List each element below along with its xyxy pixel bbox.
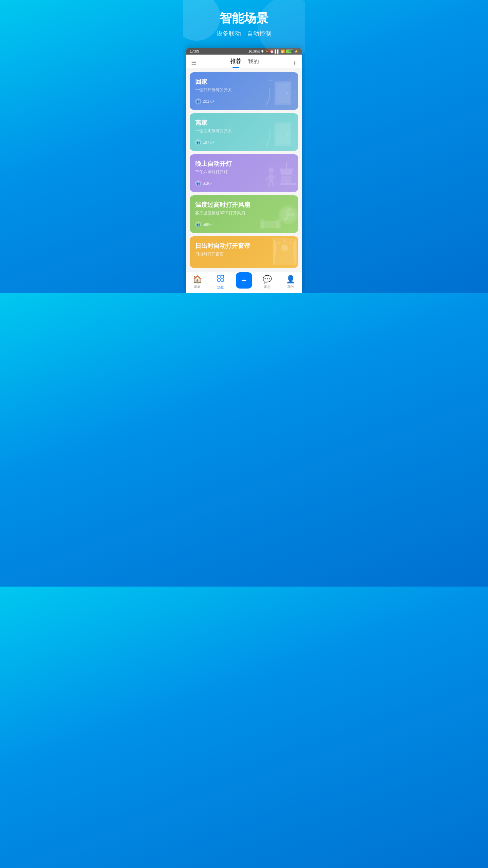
svg-rect-17 (286, 183, 287, 185)
nav-item-home[interactable]: 🏠 家庭 (186, 275, 209, 289)
scene-nav-label: 场景 (217, 285, 224, 290)
hero-subtitle: 设备联动，自动控制 (190, 29, 298, 38)
curtain-illustration (271, 236, 298, 268)
phone-frame: 17:09 16.3K/s ✱ 🔕 ⏰ ▌▌ 📶 100 ⚡ ☰ 推荐 我的 +… (186, 48, 302, 293)
bottom-nav: 🏠 家庭 场景 + 💬 消息 👤 我的 (186, 272, 302, 293)
scene-card-leave-count: 197K+ (203, 140, 215, 145)
tab-recommended[interactable]: 推荐 (230, 58, 241, 68)
user-icon-night: 👥 (195, 180, 201, 186)
network-speed: 16.3K/s (248, 50, 260, 53)
svg-rect-10 (269, 174, 273, 182)
home-nav-icon: 🏠 (193, 275, 202, 284)
user-icon-home: 👥 (195, 98, 201, 104)
svg-rect-15 (280, 183, 297, 185)
svg-point-6 (286, 133, 288, 135)
add-button[interactable]: + (236, 272, 252, 289)
add-scene-button[interactable]: + (292, 59, 297, 67)
scene-card-leave[interactable]: 离家 一键关闭所有的开关 👥 197K+ (190, 113, 298, 151)
scene-card-fan[interactable]: 温度过高时打开风扇 客厅温度超过30°C打开风扇 👥 58K+ (190, 195, 298, 233)
scene-nav-icon (217, 274, 225, 284)
svg-rect-30 (221, 275, 224, 278)
user-icon-leave: 👥 (195, 139, 201, 145)
scene-card-night-count: 61K+ (203, 181, 212, 186)
mine-nav-label: 我的 (287, 284, 294, 289)
scene-card-home[interactable]: 回家 一键打开所有的开关 👥 201K+ (190, 72, 298, 110)
door-illustration (264, 78, 298, 110)
tab-mine[interactable]: 我的 (248, 58, 259, 68)
battery-icon: 100 (286, 50, 293, 53)
svg-rect-22 (260, 219, 264, 229)
nav-item-mine[interactable]: 👤 我的 (279, 275, 302, 289)
svg-line-13 (268, 182, 270, 187)
fan-illustration (258, 201, 298, 233)
scene-card-fan-count: 58K+ (203, 222, 212, 227)
svg-rect-16 (281, 176, 291, 183)
home-nav-label: 家庭 (194, 284, 201, 289)
svg-rect-29 (218, 275, 220, 278)
leave-illustration (264, 119, 298, 151)
lamp-illustration (261, 160, 298, 192)
scene-card-curtain[interactable]: 日出时自动打开窗帘 日出时打开窗帘 (190, 236, 298, 268)
svg-point-9 (268, 167, 274, 173)
hero-title: 智能场景 (190, 10, 298, 27)
svg-rect-23 (276, 219, 281, 229)
nav-item-scene[interactable]: 场景 (209, 274, 232, 290)
scene-cards-container: 回家 一键打开所有的开关 👥 201K+ 离家 一键关闭所有 (186, 68, 302, 272)
svg-rect-32 (221, 279, 224, 281)
status-time: 17:09 (190, 49, 199, 53)
scene-card-night-light[interactable]: 晚上自动开灯 下午六点时打开灯 👥 61K+ (190, 154, 298, 192)
svg-line-14 (272, 182, 274, 187)
scene-card-home-count: 201K+ (203, 99, 215, 104)
svg-rect-31 (218, 279, 220, 281)
user-icon-fan: 👥 (195, 221, 201, 228)
tab-items: 推荐 我的 (197, 58, 292, 68)
svg-point-20 (286, 213, 290, 217)
svg-point-25 (281, 244, 288, 251)
message-nav-icon: 💬 (263, 275, 272, 284)
svg-marker-8 (280, 169, 293, 175)
nav-item-add[interactable]: + (232, 276, 256, 289)
svg-point-2 (286, 92, 288, 94)
svg-rect-3 (268, 80, 273, 81)
bluetooth-icon: ✱ (261, 50, 264, 53)
hero-section: 智能场景 设备联动，自动控制 (183, 0, 305, 48)
svg-line-11 (266, 176, 269, 180)
message-nav-label: 消息 (264, 284, 271, 289)
mine-nav-icon: 👤 (286, 275, 295, 284)
menu-icon[interactable]: ☰ (191, 59, 197, 67)
svg-line-12 (273, 176, 275, 179)
nav-item-message[interactable]: 💬 消息 (256, 275, 279, 289)
